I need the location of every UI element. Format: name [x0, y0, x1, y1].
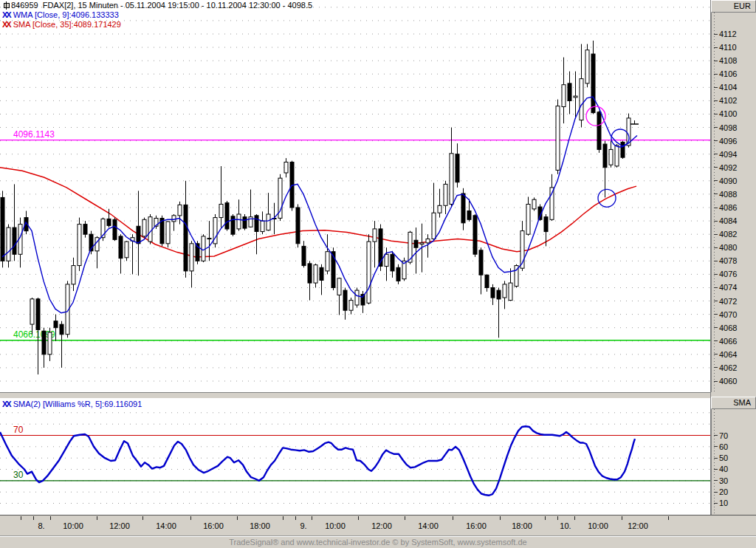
candle	[13, 184, 16, 261]
price-axis-label: 4068	[719, 323, 737, 332]
price-axis[interactable]: 4112411041084106410441024100409840964094…	[711, 13, 756, 392]
indicator-axis-box: SMA	[711, 397, 756, 409]
williams-tick	[714, 469, 718, 470]
status-text: TradeSignal® and www.technical-investor.…	[229, 538, 526, 547]
axis-dotted-edge	[714, 13, 715, 392]
williams-tick	[714, 480, 718, 481]
chart-window: 4096.11434066.1099 846959 FDAX[2], 15 Mi…	[0, 0, 756, 548]
time-tick	[668, 516, 669, 520]
candle	[213, 214, 217, 247]
time-axis-label: 16:00	[460, 521, 492, 530]
price-tick	[714, 354, 718, 355]
pin-icon[interactable]	[3, 1, 10, 10]
price-axis-label: 4106	[719, 69, 737, 78]
wma-legend-label: WMA [Close, 9]:	[13, 10, 72, 19]
williams-r-line[interactable]	[0, 426, 635, 496]
indicator-axis-label: SMA	[733, 398, 751, 407]
candle	[119, 234, 123, 273]
price-tick	[714, 167, 718, 168]
time-tick	[190, 516, 191, 520]
candle	[432, 183, 436, 242]
price-tick	[714, 301, 718, 301]
candle	[497, 288, 501, 338]
candle	[550, 174, 554, 221]
price-axis-label: 4072	[719, 297, 737, 306]
candle	[326, 234, 329, 274]
williams-legend[interactable]: XXSMA(2) [Williams %R, 5]:69.116091	[2, 400, 142, 409]
main-price-panel[interactable]: 4096.11434066.1099 846959 FDAX[2], 15 Mi…	[0, 0, 711, 392]
resistance-level-label: 4096.1143	[13, 129, 55, 140]
last-price-marker	[630, 120, 639, 124]
candle	[7, 225, 10, 268]
pin-head	[4, 3, 10, 8]
wma-legend[interactable]: XXWMA [Close, 9]:4096.133333	[2, 10, 119, 20]
candle	[60, 321, 63, 368]
candle	[444, 181, 447, 214]
time-tick	[237, 516, 238, 520]
williams-tick	[714, 503, 718, 504]
candle	[491, 284, 495, 305]
price-axis-label: 4064	[719, 350, 737, 359]
time-axis[interactable]: 8.10:0012:0014:0016:0018:009.10:0012:001…	[0, 515, 756, 537]
price-axis-label: 4076	[719, 270, 737, 278]
candle	[148, 214, 152, 244]
candle	[355, 288, 359, 308]
price-tick	[714, 87, 718, 88]
wma-legend-value: 4096.133333	[72, 10, 119, 19]
wma-indicator-icon: XX	[2, 10, 10, 19]
candle	[343, 288, 347, 320]
williams-axis[interactable]: 70605040302010	[711, 409, 756, 515]
candle	[562, 58, 566, 124]
candle	[18, 218, 22, 268]
candle	[267, 193, 270, 231]
time-tick	[500, 516, 501, 520]
time-axis-label: 10.	[549, 521, 582, 530]
price-axis-label: 4112	[719, 30, 737, 38]
candle	[231, 214, 235, 236]
candle	[503, 281, 506, 309]
price-tick	[714, 193, 718, 194]
indicator-chart-canvas: 7030	[0, 399, 711, 515]
candle	[532, 197, 536, 210]
chart-title: 846959 FDAX[2], 15 Minuten - 05.11.2004 …	[11, 1, 312, 10]
candle	[202, 234, 205, 262]
candle	[184, 181, 188, 278]
wr-indicator-icon: XX	[2, 400, 10, 408]
candle	[391, 251, 394, 278]
candle	[302, 241, 306, 267]
candle	[72, 258, 75, 291]
candle	[48, 328, 52, 361]
price-tick	[714, 234, 718, 235]
price-axis-label: 4098	[719, 123, 737, 132]
candle	[479, 247, 483, 294]
time-axis-label: 12:00	[103, 521, 136, 530]
right-axis-column: EUR 411241104108410641044102410040984096…	[711, 0, 756, 515]
time-axis-label: 14:00	[150, 521, 182, 530]
price-axis-label: 4102	[719, 96, 737, 105]
candle	[450, 128, 453, 208]
oversold-label: 30	[13, 470, 24, 480]
candle	[261, 211, 264, 234]
candle	[142, 218, 146, 238]
price-tick	[714, 61, 718, 61]
candle	[621, 141, 625, 159]
panel-splitter[interactable]	[0, 392, 756, 399]
candle	[337, 278, 341, 315]
time-axis-label: 18:00	[506, 521, 538, 530]
price-tick	[714, 247, 718, 248]
price-axis-label: 4078	[719, 256, 737, 265]
candle	[609, 141, 613, 168]
candle	[349, 298, 353, 315]
time-tick	[574, 516, 575, 520]
price-chart-canvas: 4096.11434066.1099	[0, 0, 711, 392]
price-axis-label: 4074	[719, 283, 737, 292]
time-axis-label: 12:00	[622, 521, 654, 530]
candle	[42, 328, 46, 368]
candle	[190, 241, 193, 287]
price-tick	[714, 208, 718, 208]
overbought-label: 70	[13, 425, 24, 435]
sma-legend[interactable]: XXSMA [Close, 35]:4089.171429	[2, 20, 121, 30]
williams-r-panel[interactable]: 7030 XXSMA(2) [Williams %R, 5]:69.116091	[0, 399, 711, 515]
sma-legend-label: SMA [Close, 35]:	[13, 20, 74, 29]
price-axis-label: 4092	[719, 163, 737, 172]
